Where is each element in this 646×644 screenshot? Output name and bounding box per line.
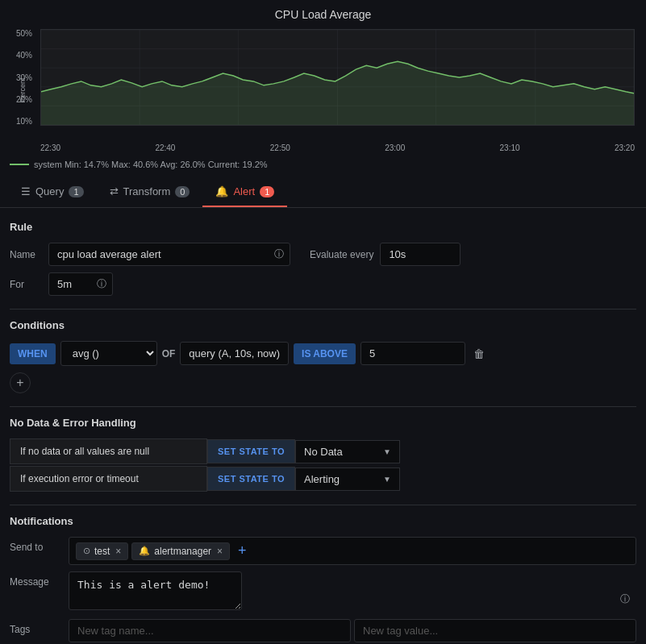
add-condition-button[interactable]: +	[10, 372, 31, 393]
tab-query[interactable]: ☰ Query 1	[8, 177, 97, 207]
of-label: OF	[162, 348, 176, 359]
query-icon: ☰	[21, 185, 31, 197]
chart-legend: system Min: 14.7% Max: 40.6% Avg: 26.0% …	[8, 155, 638, 174]
x-label-2: 22:50	[270, 143, 290, 152]
evaluate-input[interactable]	[380, 243, 461, 266]
legend-text: system Min: 14.7% Max: 40.6% Avg: 26.0% …	[34, 160, 268, 169]
no-data-condition-2: If execution error or timeout	[10, 466, 207, 492]
transform-icon: ⇄	[110, 185, 119, 197]
message-row: Message ⓘ	[10, 571, 636, 613]
evaluate-label: Evaluate every	[310, 249, 373, 260]
add-notification-button[interactable]: +	[233, 541, 252, 561]
y-axis-label: Percent	[19, 77, 27, 102]
tabs-bar: ☰ Query 1 ⇄ Transform 0 🔔 Alert 1	[0, 177, 646, 208]
threshold-input[interactable]	[361, 342, 465, 365]
y-label-10: 10%	[16, 117, 39, 126]
tag-test-close[interactable]: ×	[115, 546, 121, 557]
x-label-0: 22:30	[40, 143, 60, 152]
tag-test-label: test	[94, 546, 110, 557]
set-state-badge-1: SET STATE TO	[207, 439, 295, 463]
alert-content: Rule Name ⓘ Evaluate every For ⓘ Conditi…	[0, 208, 646, 644]
tab-transform[interactable]: ⇄ Transform 0	[97, 177, 203, 207]
tag-alertmanager-close[interactable]: ×	[217, 546, 223, 557]
tab-query-label: Query	[35, 185, 64, 197]
tab-query-badge: 1	[69, 186, 83, 197]
send-to-label: Send to	[10, 537, 62, 553]
send-to-row: Send to ⊙ test × 🔔 alertmanager × +	[10, 537, 636, 565]
tab-transform-badge: 0	[175, 186, 190, 197]
no-data-header: No Data & Error Handling	[10, 417, 636, 429]
when-badge[interactable]: WHEN	[10, 343, 56, 364]
for-info-icon: ⓘ	[97, 277, 106, 291]
x-label-5: 23:20	[615, 143, 635, 152]
tab-transform-label: Transform	[123, 185, 171, 197]
y-label-50: 50%	[16, 29, 39, 38]
rule-for-row: For ⓘ	[10, 272, 636, 296]
alert-icon: 🔔	[215, 185, 228, 197]
no-data-dropdown-arrow-1: ▼	[383, 447, 391, 456]
no-data-condition-1: If no data or all values are null	[10, 438, 207, 464]
message-wrapper: ⓘ	[69, 571, 636, 613]
condition-row-1: WHEN avg () sum () min () max () count (…	[10, 341, 636, 366]
conditions-section: Conditions WHEN avg () sum () min () max…	[10, 319, 636, 393]
tag-value-input[interactable]	[354, 619, 636, 642]
no-data-state-value-1: No Data	[304, 446, 343, 458]
no-data-row-2: If execution error or timeout SET STATE …	[10, 466, 636, 492]
rule-name-row: Name ⓘ Evaluate every	[10, 243, 636, 266]
rule-section-header: Rule	[10, 221, 636, 233]
tag-alertmanager-label: alertmanager	[154, 546, 211, 557]
rule-section: Rule Name ⓘ Evaluate every For ⓘ	[10, 221, 636, 296]
tab-alert-badge: 1	[260, 186, 274, 197]
tag-alertmanager-icon: 🔔	[139, 546, 150, 556]
conditions-header: Conditions	[10, 319, 636, 331]
legend-line	[10, 164, 29, 165]
chart-container: CPU Load Average Percent 50% 40% 30% 20%…	[0, 0, 646, 174]
tag-test-icon: ⊙	[83, 546, 90, 556]
x-label-3: 23:00	[385, 143, 405, 152]
for-input-wrapper: ⓘ	[48, 272, 113, 296]
x-label-1: 22:40	[155, 143, 175, 152]
tab-alert[interactable]: 🔔 Alert 1	[202, 177, 287, 207]
name-info-icon: ⓘ	[274, 247, 284, 261]
tag-alertmanager: 🔔 alertmanager ×	[131, 542, 230, 560]
name-label: Name	[10, 249, 42, 260]
message-info-icon: ⓘ	[620, 592, 630, 606]
set-state-badge-2: SET STATE TO	[207, 467, 295, 491]
comparator-label[interactable]: IS ABOVE	[294, 343, 356, 364]
tag-test: ⊙ test ×	[76, 542, 128, 560]
delete-condition-button[interactable]: 🗑	[470, 344, 488, 364]
message-input[interactable]	[69, 571, 242, 610]
func-select[interactable]: avg () sum () min () max () count () las…	[60, 341, 157, 366]
name-input-wrapper: ⓘ	[48, 243, 290, 266]
message-label: Message	[10, 571, 62, 588]
tags-inputs	[69, 619, 636, 642]
query-display: query (A, 10s, now)	[180, 342, 289, 365]
notifications-header: Notifications	[10, 515, 636, 527]
no-data-state-value-2: Alerting	[304, 473, 340, 485]
tags-row: Tags	[10, 619, 636, 642]
no-data-state-dropdown-2[interactable]: Alerting ▼	[295, 467, 400, 491]
no-data-dropdown-arrow-2: ▼	[383, 475, 391, 484]
y-label-40: 40%	[16, 51, 39, 60]
for-label: For	[10, 279, 42, 290]
tag-name-input[interactable]	[69, 619, 351, 642]
tags-container: ⊙ test × 🔔 alertmanager × +	[69, 537, 636, 565]
x-label-4: 23:10	[500, 143, 520, 152]
no-data-state-dropdown-1[interactable]: No Data ▼	[295, 440, 400, 463]
notifications-section: Notifications Send to ⊙ test × 🔔 alertma…	[10, 515, 636, 642]
no-data-section: No Data & Error Handling If no data or a…	[10, 417, 636, 492]
tags-label: Tags	[10, 619, 62, 635]
no-data-row-1: If no data or all values are null SET ST…	[10, 438, 636, 464]
add-condition-row: +	[10, 372, 636, 393]
chart-title: CPU Load Average	[8, 8, 638, 21]
chart-svg	[41, 30, 634, 125]
tab-alert-label: Alert	[233, 185, 255, 197]
name-input[interactable]	[48, 243, 290, 266]
